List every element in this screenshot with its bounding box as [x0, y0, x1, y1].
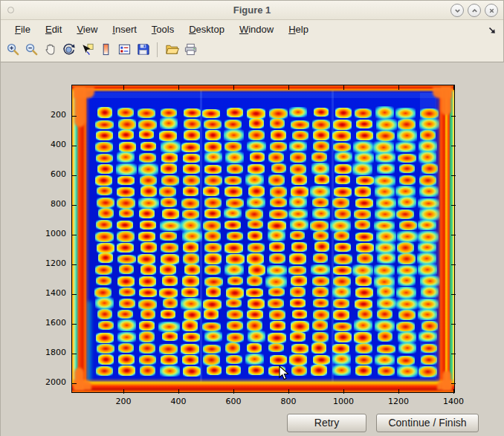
scan-dot — [248, 186, 265, 196]
scan-dot — [290, 231, 306, 240]
scan-dot — [139, 276, 157, 287]
scan-dot — [140, 242, 157, 253]
scan-dot — [335, 152, 352, 162]
y-tick-label: 1400 — [7, 288, 66, 298]
data-cursor-button[interactable] — [79, 42, 95, 58]
scan-dot — [312, 198, 329, 208]
scan-dot — [268, 343, 284, 352]
scan-dot — [356, 131, 373, 140]
scan-dot — [395, 186, 416, 197]
scan-dot — [356, 176, 374, 185]
continue-finish-button[interactable]: Continue / Finish — [376, 414, 479, 432]
retry-button[interactable]: Retry — [287, 414, 366, 432]
dock-figure-arrow-icon[interactable] — [488, 25, 497, 33]
scan-artifact — [90, 93, 435, 98]
scan-dot — [118, 130, 134, 140]
menu-help[interactable]: Help — [282, 22, 315, 36]
scan-dot — [227, 333, 244, 342]
scan-dot — [245, 354, 264, 365]
axis-tick — [178, 85, 179, 90]
menu-tools[interactable]: Tools — [145, 22, 181, 36]
scan-dot — [355, 287, 373, 298]
scan-dot — [292, 310, 307, 319]
axis-tick — [398, 389, 399, 394]
scan-dot — [291, 276, 307, 286]
menu-desktop[interactable]: Desktop — [182, 22, 231, 36]
scan-dot — [268, 299, 284, 308]
scan-dot — [247, 253, 264, 264]
menu-file[interactable]: File — [8, 22, 37, 36]
scan-dot — [335, 209, 351, 219]
scan-dot — [95, 142, 113, 152]
menu-edit[interactable]: Edit — [39, 22, 68, 36]
scan-dot — [332, 365, 351, 377]
scan-dot — [268, 152, 284, 163]
insert-legend-button[interactable] — [116, 42, 132, 58]
scan-dot — [334, 231, 349, 241]
scan-dot — [204, 243, 222, 253]
scan-dot — [247, 197, 265, 208]
scan-dot — [398, 275, 416, 287]
zoom-out-button[interactable] — [23, 42, 39, 58]
scan-dot — [333, 120, 352, 130]
save-icon — [136, 42, 150, 56]
scan-image[interactable] — [72, 85, 454, 392]
menu-window[interactable]: Window — [233, 22, 280, 36]
scan-dot — [291, 175, 308, 185]
scan-dot — [204, 165, 222, 175]
scan-dot — [204, 209, 221, 219]
window-menu-icon[interactable] — [7, 7, 14, 13]
minimize-button[interactable] — [450, 4, 464, 17]
scan-dot — [204, 265, 222, 275]
close-button[interactable] — [485, 4, 498, 17]
axis-tick — [72, 235, 77, 235]
scan-dot — [96, 333, 114, 343]
scan-dot — [373, 141, 395, 154]
axis-tick — [72, 146, 77, 146]
scan-dot — [206, 287, 222, 297]
axis-tick — [451, 383, 456, 384]
insert-colorbar-button[interactable] — [97, 42, 114, 58]
scan-dot — [376, 198, 396, 209]
scan-dot — [270, 118, 285, 128]
titlebar[interactable]: Figure 1 — [1, 1, 503, 20]
zoom-in-button[interactable] — [4, 42, 21, 58]
axis-tick — [72, 205, 77, 206]
save-figure-button[interactable] — [135, 42, 151, 58]
menu-insert[interactable]: Insert — [106, 22, 143, 36]
maximize-button[interactable] — [468, 4, 481, 17]
axis-tick — [451, 205, 456, 206]
pan-button[interactable] — [42, 42, 58, 58]
scan-dot — [224, 176, 242, 186]
scan-dot — [119, 264, 134, 275]
y-tick-label: 400 — [7, 140, 66, 149]
scan-dot — [245, 174, 264, 186]
scan-dot — [398, 342, 416, 354]
scan-dot — [204, 309, 219, 319]
scan-dot — [357, 253, 373, 264]
scan-dot — [183, 333, 200, 342]
scan-dot — [268, 287, 284, 297]
scan-dot — [248, 231, 263, 241]
print-figure-button[interactable] — [182, 42, 198, 58]
scan-dot — [335, 332, 352, 342]
scan-dot — [270, 186, 288, 198]
scan-dot — [375, 152, 395, 163]
menu-view[interactable]: View — [70, 22, 104, 36]
scan-dot — [224, 120, 242, 129]
scan-dot — [161, 108, 178, 118]
scan-dot — [139, 153, 157, 163]
print-icon — [184, 42, 198, 56]
axis-tick — [453, 389, 454, 394]
scan-dot — [138, 254, 155, 264]
scan-dot — [314, 108, 329, 117]
open-file-button[interactable] — [164, 42, 180, 58]
rotate-3d-button[interactable] — [60, 42, 77, 58]
scan-dot — [290, 287, 306, 297]
axis-tick — [451, 294, 456, 295]
scan-dot — [248, 220, 262, 230]
scan-dot — [289, 141, 308, 152]
scan-dot — [398, 154, 416, 163]
scan-dot — [419, 151, 436, 163]
scan-dot — [160, 264, 176, 275]
